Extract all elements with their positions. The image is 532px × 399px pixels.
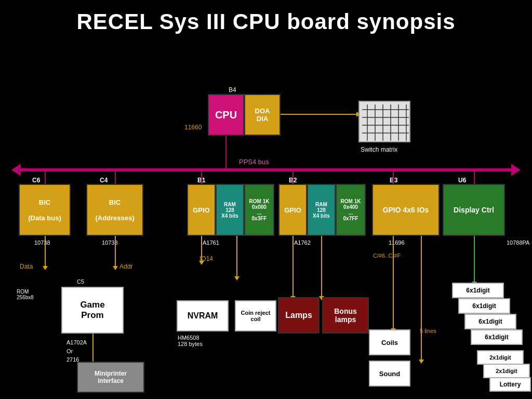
bus-arrow-right [511, 164, 521, 176]
c4-bic-block: BIC(Addresses) [86, 184, 143, 236]
u6-label: U6 [458, 177, 466, 184]
c6-number: 10738 [34, 240, 50, 246]
b1-rom-block: ROM 1K0x000...0x3FF [244, 184, 274, 236]
bus-label: PPS4 bus [239, 158, 269, 166]
b1-number: A1761 [203, 240, 219, 246]
b3-5lines-label: 5 lines [420, 328, 436, 334]
b3-coils-arrow [393, 236, 394, 329]
c5-label: C5 [77, 278, 84, 285]
b3-sound-arrow [421, 236, 422, 361]
diagram: PPS4 bus B4 11660 CPU DOADIA Switch matr… [0, 39, 532, 399]
address-11660: 11660 [184, 124, 202, 131]
nvram-block: NVRAM [177, 300, 229, 331]
b2-gpio-arrow [292, 236, 294, 297]
b2-ram-block: RAM128X4 bits [307, 184, 336, 236]
c6-arrow-down [45, 236, 46, 267]
bonus-lamps-block: Bonuslamps [322, 297, 369, 334]
doa-dia-block: DOADIA [244, 94, 281, 136]
b1-gpio-arrow [201, 236, 202, 262]
digit-5: 2x1digit [477, 350, 524, 365]
b1-bus-connect [201, 168, 202, 184]
c6-bus-connect [45, 168, 46, 184]
lamps-block: Lamps [278, 297, 320, 334]
b2-ram-arrow [321, 236, 322, 297]
u6-bus-connect [474, 168, 475, 184]
coin-reject-block: Coin rejectcoil [235, 300, 276, 331]
c4-addr-label: Addr [119, 263, 132, 270]
digit-4: 6x1digit [471, 329, 523, 345]
u6-arrow-down [474, 236, 475, 283]
c5-number: A1702AOr2716 [66, 338, 87, 364]
c6-rom-label: ROM256bx8 [17, 289, 34, 300]
digit-3: 6x1digit [464, 314, 516, 329]
c6-data-label: Data [20, 263, 33, 270]
c5-to-mini-arrow [92, 334, 94, 362]
lottery-block: Lottery [489, 377, 531, 392]
switch-matrix [358, 101, 410, 142]
b3-bus-connect [393, 168, 394, 184]
b3-c-label: C/#6..C/#F [373, 252, 401, 259]
b1-ram-block: RAM128X4 bits [216, 184, 244, 236]
cpu-to-bus-line [225, 136, 227, 168]
c6-bic-block: BIC(Data bus) [19, 184, 71, 236]
pps4-bus-line [16, 168, 514, 171]
c4-bus-connect [115, 168, 116, 184]
b2-bus-connect [292, 168, 294, 184]
digit-1: 6x1digit [452, 283, 504, 298]
b4-label: B4 [229, 86, 236, 94]
c4-arrow-down [115, 236, 116, 267]
c4-label: C4 [100, 177, 108, 184]
c5-game-prom: GameProm [61, 287, 124, 334]
switch-matrix-label: Switch matrix [361, 146, 397, 153]
cpu-block: CPU [208, 94, 244, 136]
b1-gpio-block: GPIO [187, 184, 216, 236]
arrow-to-switch [281, 114, 357, 115]
u6-number: 10788PA [507, 240, 529, 246]
switch-matrix-svg [360, 102, 411, 143]
sound-block: Sound [369, 361, 410, 387]
bus-arrow-left [11, 164, 21, 176]
b3-gpio-block: GPIO 4x6 IOs [372, 184, 440, 236]
page-title: RECEL Sys III CPU board synopsis [0, 0, 532, 39]
coils-block: Coils [369, 329, 410, 355]
b1-rom-arrow [236, 236, 237, 277]
u6-display-ctrl: Display Ctrl [443, 184, 505, 236]
nvram-number: HM6508128 bytes [178, 335, 203, 347]
miniprinter-block: Miniprinterinterface [77, 362, 144, 393]
b2-number: A1762 [294, 240, 311, 246]
digit-2: 6x1digit [458, 298, 510, 314]
b2-rom-block: ROM 1K0x400...0x7FF [336, 184, 366, 236]
digit-6: 2x1digit [483, 364, 530, 378]
b3-number: 11696 [389, 240, 405, 246]
b2-gpio-block: GPIO [278, 184, 307, 236]
c6-label: C6 [32, 177, 40, 184]
